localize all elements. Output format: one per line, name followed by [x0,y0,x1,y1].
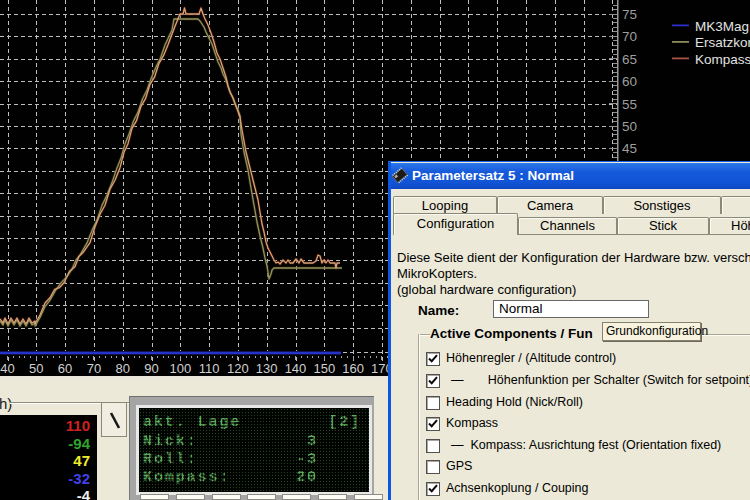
svg-text:70: 70 [622,29,637,44]
svg-text:140: 140 [285,361,307,376]
svg-text:70: 70 [87,361,101,376]
svg-text:150: 150 [313,361,335,376]
svg-text:KompassValue: KompassValue [695,52,750,67]
svg-text:160: 160 [342,361,364,376]
svg-text:90: 90 [144,361,158,376]
svg-text:55: 55 [622,97,637,112]
svg-text:MK3Mag: MK3Mag [695,19,749,34]
svg-text:50: 50 [622,119,637,134]
svg-text:75: 75 [622,7,637,22]
svg-text:60: 60 [58,361,72,376]
svg-text:120: 120 [227,361,249,376]
svg-text:45: 45 [622,141,637,156]
svg-text:130: 130 [256,361,278,376]
svg-text:40: 40 [0,361,14,376]
svg-text:65: 65 [622,52,637,67]
svg-text:80: 80 [115,361,129,376]
svg-text:Ersatzkompass: Ersatzkompass [695,35,750,50]
svg-text:100: 100 [169,361,191,376]
svg-text:110: 110 [199,361,220,376]
svg-text:50: 50 [29,361,43,376]
svg-text:60: 60 [622,74,637,89]
